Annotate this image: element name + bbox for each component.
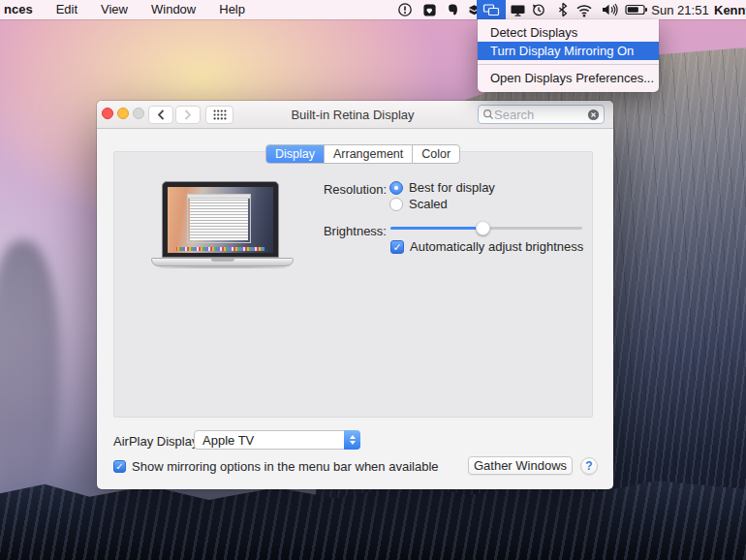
chevron-left-icon [157, 109, 165, 120]
bluetooth-icon[interactable] [555, 0, 571, 19]
zoom-button[interactable] [133, 108, 144, 119]
grid-icon [213, 109, 227, 120]
resolution-option-best-label: Best for display [409, 180, 495, 195]
display-mirroring-icon[interactable] [477, 0, 506, 19]
desktop: nces Edit View Window Help [0, 0, 746, 560]
auto-brightness-label: Automatically adjust brightness [410, 239, 583, 254]
macbook-illustration [151, 181, 294, 273]
brightness-label: Brightness: [320, 224, 387, 238]
macbook-display [168, 187, 273, 253]
menu-window[interactable]: Window [140, 0, 207, 19]
menu-bar-menus: nces Edit View Window Help [2, 0, 257, 19]
resolution-option-best[interactable]: Best for display [389, 180, 495, 195]
airplay-display-value: Apple TV [195, 433, 344, 448]
forward-button[interactable] [175, 106, 201, 124]
macbook-dock [175, 246, 266, 252]
chevron-down-icon [350, 441, 356, 445]
macbook-base [151, 258, 294, 266]
auto-brightness-checkbox-row[interactable]: ✓ Automatically adjust brightness [390, 239, 583, 254]
external-display-icon[interactable] [508, 0, 527, 19]
radio-unselected-icon[interactable] [389, 198, 403, 211]
menu-item-open-displays-preferences[interactable]: Open Displays Preferences... [478, 69, 659, 87]
skitch-icon[interactable] [420, 0, 438, 19]
menu-item-detect-displays[interactable]: Detect Displays [478, 23, 659, 42]
tab-arrangement[interactable]: Arrangement [325, 145, 413, 163]
menu-view[interactable]: View [89, 0, 140, 19]
display-settings-panel: Resolution: Best for display Scaled Brig… [113, 151, 593, 418]
show-mirroring-options-checkbox-row[interactable]: ✓ Show mirroring options in the menu bar… [113, 459, 439, 474]
battery-icon[interactable] [624, 0, 649, 19]
title-bar[interactable]: Built-in Retina Display [97, 101, 613, 129]
search-input[interactable] [494, 108, 587, 122]
tab-color[interactable]: Color [413, 145, 459, 163]
back-button[interactable] [148, 106, 173, 124]
menu-help[interactable]: Help [207, 0, 257, 19]
time-machine-icon[interactable] [530, 0, 547, 19]
displays-preferences-window: Built-in Retina Display Display Arrangem… [97, 101, 613, 489]
radio-selected-icon[interactable] [389, 181, 403, 195]
resolution-label: Resolution: [320, 182, 387, 197]
circled-exclamation-icon[interactable] [396, 0, 414, 19]
chevron-up-icon [350, 435, 356, 439]
show-mirroring-options-label: Show mirroring options in the menu bar w… [132, 459, 439, 474]
brightness-slider-fill [390, 227, 482, 230]
window-title: Built-in Retina Display [233, 101, 473, 129]
tab-display[interactable]: Display [266, 145, 325, 163]
chevron-right-icon [184, 109, 192, 120]
macbook-document [187, 194, 252, 244]
volume-icon[interactable] [599, 0, 620, 19]
help-button[interactable]: ? [580, 457, 598, 475]
menu-bar: nces Edit View Window Help [0, 0, 746, 19]
menu-bar-clock[interactable]: Sun 21:51 [651, 0, 709, 19]
gather-windows-button[interactable]: Gather Windows [468, 456, 573, 475]
brightness-slider[interactable] [390, 221, 582, 235]
airplay-display-label: AirPlay Display: [113, 434, 205, 449]
menu-item-turn-mirroring-on[interactable]: Turn Display Mirroring On [478, 42, 659, 60]
evernote-icon[interactable] [444, 0, 461, 19]
show-all-button[interactable] [205, 106, 233, 124]
minimize-button[interactable] [117, 108, 129, 119]
menu-separator [478, 64, 659, 65]
airplay-display-select[interactable]: Apple TV [194, 430, 360, 450]
display-mirroring-menu: Detect Displays Turn Display Mirroring O… [478, 19, 659, 92]
tab-bar: Display Arrangement Color [265, 144, 460, 164]
wallpaper-left-ridge [0, 240, 60, 502]
checkbox-checked-icon[interactable]: ✓ [113, 460, 126, 473]
search-field[interactable] [478, 105, 605, 124]
menu-edit[interactable]: Edit [45, 0, 89, 19]
brightness-slider-thumb[interactable] [476, 221, 490, 235]
macbook-screen [162, 181, 279, 258]
select-stepper[interactable] [344, 430, 360, 450]
resolution-option-scaled-label: Scaled [409, 197, 448, 211]
wifi-icon[interactable] [575, 0, 594, 19]
checkbox-checked-icon[interactable]: ✓ [390, 240, 404, 254]
menu-bar-user[interactable]: Kenny [714, 0, 746, 19]
clear-search-icon[interactable] [587, 109, 600, 121]
search-icon [482, 109, 494, 120]
resolution-option-scaled[interactable]: Scaled [389, 197, 448, 211]
app-menu[interactable]: nces [2, 0, 45, 19]
close-button[interactable] [102, 108, 113, 119]
